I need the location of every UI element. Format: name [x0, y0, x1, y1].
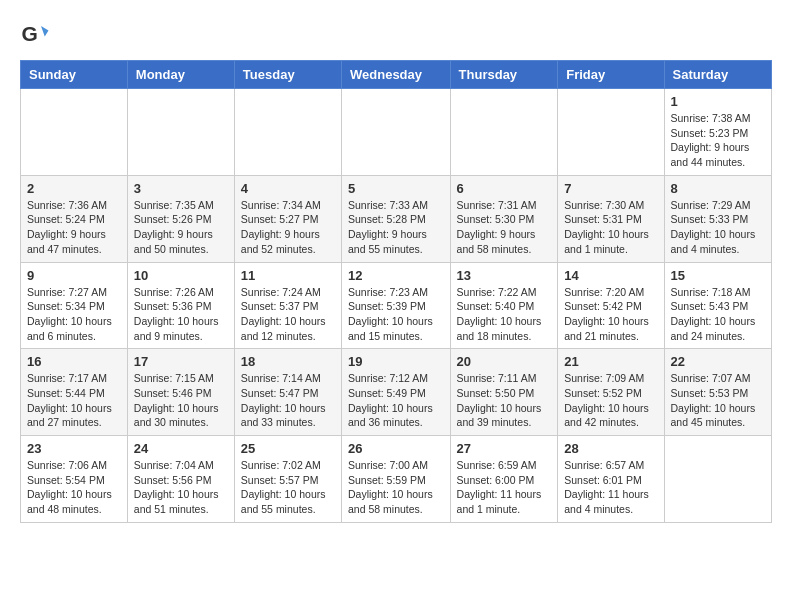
calendar-cell [21, 89, 128, 176]
calendar-cell: 9Sunrise: 7:27 AM Sunset: 5:34 PM Daylig… [21, 262, 128, 349]
calendar-cell [234, 89, 341, 176]
day-info: Sunrise: 7:17 AM Sunset: 5:44 PM Dayligh… [27, 371, 121, 430]
day-number: 15 [671, 268, 765, 283]
day-number: 19 [348, 354, 444, 369]
day-info: Sunrise: 7:30 AM Sunset: 5:31 PM Dayligh… [564, 198, 657, 257]
day-info: Sunrise: 7:04 AM Sunset: 5:56 PM Dayligh… [134, 458, 228, 517]
day-number: 13 [457, 268, 552, 283]
day-info: Sunrise: 7:26 AM Sunset: 5:36 PM Dayligh… [134, 285, 228, 344]
day-number: 2 [27, 181, 121, 196]
day-number: 16 [27, 354, 121, 369]
day-info: Sunrise: 7:20 AM Sunset: 5:42 PM Dayligh… [564, 285, 657, 344]
day-info: Sunrise: 7:36 AM Sunset: 5:24 PM Dayligh… [27, 198, 121, 257]
day-info: Sunrise: 7:33 AM Sunset: 5:28 PM Dayligh… [348, 198, 444, 257]
calendar-cell: 23Sunrise: 7:06 AM Sunset: 5:54 PM Dayli… [21, 436, 128, 523]
day-info: Sunrise: 7:35 AM Sunset: 5:26 PM Dayligh… [134, 198, 228, 257]
day-info: Sunrise: 7:22 AM Sunset: 5:40 PM Dayligh… [457, 285, 552, 344]
logo-icon: G [20, 20, 50, 50]
calendar-cell: 8Sunrise: 7:29 AM Sunset: 5:33 PM Daylig… [664, 175, 771, 262]
calendar-cell: 2Sunrise: 7:36 AM Sunset: 5:24 PM Daylig… [21, 175, 128, 262]
calendar-table: SundayMondayTuesdayWednesdayThursdayFrid… [20, 60, 772, 523]
svg-text:G: G [22, 22, 38, 45]
day-number: 1 [671, 94, 765, 109]
day-info: Sunrise: 7:24 AM Sunset: 5:37 PM Dayligh… [241, 285, 335, 344]
calendar-cell: 15Sunrise: 7:18 AM Sunset: 5:43 PM Dayli… [664, 262, 771, 349]
day-number: 24 [134, 441, 228, 456]
calendar-cell: 14Sunrise: 7:20 AM Sunset: 5:42 PM Dayli… [558, 262, 664, 349]
calendar-cell: 28Sunrise: 6:57 AM Sunset: 6:01 PM Dayli… [558, 436, 664, 523]
day-info: Sunrise: 7:15 AM Sunset: 5:46 PM Dayligh… [134, 371, 228, 430]
day-info: Sunrise: 7:00 AM Sunset: 5:59 PM Dayligh… [348, 458, 444, 517]
day-number: 7 [564, 181, 657, 196]
calendar-cell: 17Sunrise: 7:15 AM Sunset: 5:46 PM Dayli… [127, 349, 234, 436]
day-info: Sunrise: 7:34 AM Sunset: 5:27 PM Dayligh… [241, 198, 335, 257]
day-info: Sunrise: 7:06 AM Sunset: 5:54 PM Dayligh… [27, 458, 121, 517]
calendar-cell: 10Sunrise: 7:26 AM Sunset: 5:36 PM Dayli… [127, 262, 234, 349]
day-info: Sunrise: 7:02 AM Sunset: 5:57 PM Dayligh… [241, 458, 335, 517]
calendar-cell [558, 89, 664, 176]
calendar-cell: 7Sunrise: 7:30 AM Sunset: 5:31 PM Daylig… [558, 175, 664, 262]
day-info: Sunrise: 7:11 AM Sunset: 5:50 PM Dayligh… [457, 371, 552, 430]
day-number: 4 [241, 181, 335, 196]
calendar-cell: 19Sunrise: 7:12 AM Sunset: 5:49 PM Dayli… [342, 349, 451, 436]
calendar-cell: 26Sunrise: 7:00 AM Sunset: 5:59 PM Dayli… [342, 436, 451, 523]
calendar-week-row: 1Sunrise: 7:38 AM Sunset: 5:23 PM Daylig… [21, 89, 772, 176]
day-info: Sunrise: 6:59 AM Sunset: 6:00 PM Dayligh… [457, 458, 552, 517]
day-info: Sunrise: 7:38 AM Sunset: 5:23 PM Dayligh… [671, 111, 765, 170]
day-number: 26 [348, 441, 444, 456]
calendar-cell [664, 436, 771, 523]
day-info: Sunrise: 7:27 AM Sunset: 5:34 PM Dayligh… [27, 285, 121, 344]
calendar-cell: 18Sunrise: 7:14 AM Sunset: 5:47 PM Dayli… [234, 349, 341, 436]
day-number: 10 [134, 268, 228, 283]
day-number: 9 [27, 268, 121, 283]
calendar-week-row: 23Sunrise: 7:06 AM Sunset: 5:54 PM Dayli… [21, 436, 772, 523]
day-number: 27 [457, 441, 552, 456]
calendar-cell [342, 89, 451, 176]
calendar-cell: 16Sunrise: 7:17 AM Sunset: 5:44 PM Dayli… [21, 349, 128, 436]
calendar-cell: 5Sunrise: 7:33 AM Sunset: 5:28 PM Daylig… [342, 175, 451, 262]
calendar-cell [450, 89, 558, 176]
logo: G [20, 20, 54, 50]
calendar-week-row: 9Sunrise: 7:27 AM Sunset: 5:34 PM Daylig… [21, 262, 772, 349]
calendar-header-friday: Friday [558, 61, 664, 89]
svg-marker-1 [41, 26, 49, 37]
calendar-header-wednesday: Wednesday [342, 61, 451, 89]
day-number: 25 [241, 441, 335, 456]
day-info: Sunrise: 7:31 AM Sunset: 5:30 PM Dayligh… [457, 198, 552, 257]
calendar-cell: 27Sunrise: 6:59 AM Sunset: 6:00 PM Dayli… [450, 436, 558, 523]
calendar-cell: 1Sunrise: 7:38 AM Sunset: 5:23 PM Daylig… [664, 89, 771, 176]
day-number: 12 [348, 268, 444, 283]
day-info: Sunrise: 7:29 AM Sunset: 5:33 PM Dayligh… [671, 198, 765, 257]
calendar-cell [127, 89, 234, 176]
calendar-cell: 4Sunrise: 7:34 AM Sunset: 5:27 PM Daylig… [234, 175, 341, 262]
day-number: 6 [457, 181, 552, 196]
day-number: 28 [564, 441, 657, 456]
calendar-week-row: 16Sunrise: 7:17 AM Sunset: 5:44 PM Dayli… [21, 349, 772, 436]
calendar-cell: 25Sunrise: 7:02 AM Sunset: 5:57 PM Dayli… [234, 436, 341, 523]
calendar-header-monday: Monday [127, 61, 234, 89]
day-info: Sunrise: 7:09 AM Sunset: 5:52 PM Dayligh… [564, 371, 657, 430]
day-info: Sunrise: 7:07 AM Sunset: 5:53 PM Dayligh… [671, 371, 765, 430]
day-number: 8 [671, 181, 765, 196]
day-number: 20 [457, 354, 552, 369]
calendar-header-thursday: Thursday [450, 61, 558, 89]
calendar-header-saturday: Saturday [664, 61, 771, 89]
day-number: 23 [27, 441, 121, 456]
day-number: 17 [134, 354, 228, 369]
calendar-header-sunday: Sunday [21, 61, 128, 89]
day-number: 21 [564, 354, 657, 369]
page-header: G [20, 20, 772, 50]
calendar-cell: 3Sunrise: 7:35 AM Sunset: 5:26 PM Daylig… [127, 175, 234, 262]
day-info: Sunrise: 7:18 AM Sunset: 5:43 PM Dayligh… [671, 285, 765, 344]
day-info: Sunrise: 6:57 AM Sunset: 6:01 PM Dayligh… [564, 458, 657, 517]
day-number: 11 [241, 268, 335, 283]
day-info: Sunrise: 7:23 AM Sunset: 5:39 PM Dayligh… [348, 285, 444, 344]
calendar-cell: 13Sunrise: 7:22 AM Sunset: 5:40 PM Dayli… [450, 262, 558, 349]
calendar-header-tuesday: Tuesday [234, 61, 341, 89]
calendar-cell: 21Sunrise: 7:09 AM Sunset: 5:52 PM Dayli… [558, 349, 664, 436]
calendar-cell: 11Sunrise: 7:24 AM Sunset: 5:37 PM Dayli… [234, 262, 341, 349]
day-info: Sunrise: 7:12 AM Sunset: 5:49 PM Dayligh… [348, 371, 444, 430]
day-number: 5 [348, 181, 444, 196]
calendar-header-row: SundayMondayTuesdayWednesdayThursdayFrid… [21, 61, 772, 89]
day-number: 14 [564, 268, 657, 283]
